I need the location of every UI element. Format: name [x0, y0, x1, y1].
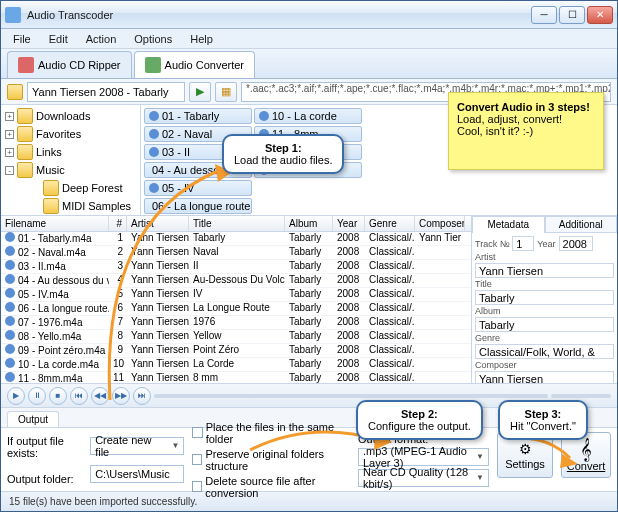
music-file-icon [259, 111, 269, 121]
volume-slider[interactable] [551, 394, 611, 398]
menu-action[interactable]: Action [78, 31, 125, 47]
cd-icon [18, 57, 34, 73]
play-button[interactable]: ▶ [7, 387, 25, 405]
delete-source-checkbox[interactable] [192, 481, 202, 492]
minimize-button[interactable]: ─ [531, 6, 557, 24]
additional-tab[interactable]: Additional [545, 216, 618, 233]
output-folder-field[interactable]: C:\Users\Music [90, 465, 184, 483]
column-header[interactable]: Album [285, 216, 333, 231]
folder-icon [43, 180, 59, 196]
titlebar[interactable]: Audio Transcoder ─ ☐ ✕ [1, 1, 617, 29]
music-file-icon [5, 358, 15, 368]
callout-step1: Step 1:Load the audio files. [222, 134, 344, 174]
output-tab[interactable]: Output [7, 411, 59, 427]
music-file-icon [5, 330, 15, 340]
folder-icon [17, 162, 33, 178]
column-header[interactable]: Year [333, 216, 365, 231]
maximize-button[interactable]: ☐ [559, 6, 585, 24]
app-icon [5, 7, 21, 23]
sticky-note: Convert Audio in 3 steps! Load, adjust, … [448, 92, 604, 170]
column-header[interactable]: Genre [365, 216, 415, 231]
tree-item[interactable]: +Links [3, 143, 138, 161]
menubar: FileEditActionOptionsHelp [1, 29, 617, 49]
music-file-icon [149, 111, 159, 121]
music-file-icon [5, 232, 15, 242]
close-button[interactable]: ✕ [587, 6, 613, 24]
tab-converter[interactable]: Audio Converter [134, 51, 256, 78]
exists-select[interactable]: Create new file▼ [90, 437, 184, 455]
folder-icon [17, 144, 33, 160]
preserve-structure-checkbox[interactable] [192, 454, 202, 465]
grid-view-button[interactable]: ▦ [215, 82, 237, 102]
music-file-icon [5, 288, 15, 298]
quality-select[interactable]: Near CD Quality (128 kbit/s)▼ [358, 469, 489, 487]
music-file-icon [5, 246, 15, 256]
folder-icon [17, 126, 33, 142]
tree-item[interactable]: +Downloads [3, 107, 138, 125]
file-item[interactable]: 10 - La corde [254, 108, 362, 124]
music-file-icon [5, 316, 15, 326]
tab-ripper[interactable]: Audio CD Ripper [7, 51, 132, 78]
metadata-tab[interactable]: Metadata [472, 216, 545, 233]
year-field[interactable]: 2008 [559, 236, 593, 251]
menu-help[interactable]: Help [182, 31, 221, 47]
arrow-step1 [60, 160, 260, 420]
music-file-icon [5, 344, 15, 354]
title-field[interactable]: Tabarly [475, 290, 614, 305]
folder-icon [17, 108, 33, 124]
music-file-icon [5, 260, 15, 270]
music-file-icon [149, 129, 159, 139]
music-file-icon [149, 147, 159, 157]
metadata-pane: Metadata Additional Track №1Year2008 Art… [471, 216, 617, 383]
file-item[interactable]: 01 - Tabarly [144, 108, 252, 124]
album-field[interactable]: Tabarly [475, 317, 614, 332]
menu-options[interactable]: Options [126, 31, 180, 47]
artist-field[interactable]: Yann Tiersen [475, 263, 614, 278]
track-field[interactable]: 1 [512, 236, 534, 251]
path-dropdown[interactable]: Yann Tiersen 2008 - Tabarly [27, 82, 185, 102]
column-header[interactable]: Composer [415, 216, 465, 231]
music-file-icon [5, 274, 15, 284]
same-folder-checkbox[interactable] [192, 427, 202, 438]
tree-item[interactable]: +Favorites [3, 125, 138, 143]
menu-edit[interactable]: Edit [41, 31, 76, 47]
genre-field[interactable]: Classical/Folk, World, & Countr [475, 344, 614, 359]
main-tabs: Audio CD Ripper Audio Converter [1, 49, 617, 79]
folder-icon [7, 84, 23, 100]
music-file-icon [5, 372, 15, 382]
callout-step2: Step 2:Configure the output. [356, 400, 483, 440]
convert-icon [145, 57, 161, 73]
callout-step3: Step 3:Hit "Convert." [498, 400, 588, 440]
pause-button[interactable]: ⏸ [28, 387, 46, 405]
go-button[interactable]: ▶ [189, 82, 211, 102]
music-file-icon [5, 302, 15, 312]
window-title: Audio Transcoder [27, 9, 531, 21]
menu-file[interactable]: File [5, 31, 39, 47]
folder-icon [43, 198, 59, 214]
